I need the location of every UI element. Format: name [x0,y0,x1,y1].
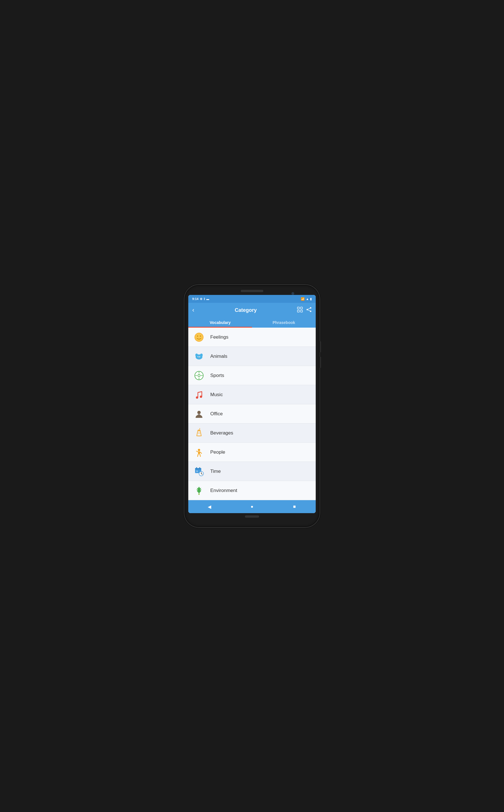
action-bar-title: Category [235,307,257,313]
list-item-sports[interactable]: Sports [188,366,316,385]
settings-icon: ⚙ [200,297,202,301]
wifi-icon: 📶 [301,297,305,301]
list-item-feelings[interactable]: Feelings [188,328,316,347]
office-icon [193,408,205,420]
sports-label: Sports [210,373,224,378]
home-button[interactable] [245,515,259,518]
tab-phrasebook[interactable]: Phrasebook [252,317,316,328]
list-item-animals[interactable]: Animals [188,347,316,366]
beverages-label: Beverages [210,430,233,436]
animals-label: Animals [210,354,227,359]
svg-rect-49 [198,493,200,495]
svg-point-26 [200,396,202,398]
feelings-icon [193,331,205,343]
svg-point-11 [197,336,198,337]
list-item-beverages[interactable]: Beverages [188,423,316,443]
time-icon: 9 [193,465,205,478]
people-label: People [210,449,225,455]
svg-point-33 [198,449,200,451]
music-label: Music [210,392,223,398]
people-icon [193,446,205,458]
svg-point-32 [198,431,200,432]
svg-text:9: 9 [196,470,198,472]
svg-point-5 [306,309,308,310]
svg-point-30 [198,430,200,431]
cursor-icon: 𝕀 [204,297,205,301]
share-icon[interactable] [306,307,312,314]
svg-point-19 [200,356,200,357]
svg-rect-29 [197,415,201,416]
animals-icon [193,350,205,363]
beverages-icon [193,427,205,439]
svg-point-18 [198,356,199,357]
list-item-people[interactable]: People [188,443,316,462]
svg-rect-1 [300,307,302,309]
tab-vocabulary[interactable]: Vocabulary [188,317,252,328]
svg-rect-0 [297,307,299,309]
svg-line-8 [308,310,310,311]
svg-rect-40 [195,468,201,470]
phone-speaker [241,290,263,292]
svg-point-25 [196,396,198,399]
phone-camera [291,292,294,295]
signal-icon: ▲ [306,297,309,301]
volume-up-button[interactable] [320,341,321,352]
svg-rect-3 [300,310,302,312]
category-list: Feelings Anim [188,328,316,500]
svg-rect-2 [297,310,299,312]
environment-label: Environment [210,488,237,493]
phone-frame: 9:14 ⚙ 𝕀 ▬ 📶 ▲ ▮ ‹ Category [184,285,320,527]
svg-point-23 [198,375,200,376]
svg-line-7 [308,308,310,309]
status-right: 📶 ▲ ▮ [301,297,312,301]
action-bar: ‹ Category [188,303,316,317]
svg-line-36 [200,452,202,453]
tab-bar: Vocabulary Phrasebook [188,317,316,328]
svg-point-10 [195,333,203,341]
music-icon [193,389,205,401]
status-time: 9:14 [192,297,198,301]
battery-icon: ▮ [310,297,312,301]
svg-line-38 [200,454,200,456]
svg-point-6 [310,310,311,312]
phone-screen: 9:14 ⚙ 𝕀 ▬ 📶 ▲ ▮ ‹ Category [188,295,316,513]
svg-point-48 [201,473,202,474]
office-label: Office [210,411,223,417]
list-item-environment[interactable]: Environment [188,481,316,500]
volume-down-button[interactable] [320,357,321,368]
list-item-music[interactable]: Music [188,385,316,404]
list-item-office[interactable]: Office [188,404,316,423]
sports-icon [193,369,205,382]
svg-rect-42 [199,467,200,469]
svg-point-27 [197,411,201,414]
svg-point-4 [310,307,311,308]
bottom-nav: ◀ ● ■ [188,500,316,513]
list-item-time[interactable]: 9 Time [188,462,316,481]
nav-home-button[interactable]: ● [246,501,258,512]
svg-line-37 [198,454,198,456]
action-bar-icons [297,307,312,314]
environment-icon [193,484,205,497]
svg-line-35 [196,451,198,452]
status-left: 9:14 ⚙ 𝕀 ▬ [192,297,209,301]
feelings-label: Feelings [210,334,228,340]
status-bar: 9:14 ⚙ 𝕀 ▬ 📶 ▲ ▮ [188,295,316,303]
grid-icon[interactable] [297,307,303,314]
sim-icon: ▬ [206,297,209,301]
svg-rect-41 [196,467,197,469]
time-label: Time [210,469,221,474]
back-button[interactable]: ‹ [192,306,194,314]
nav-recent-button[interactable]: ■ [289,501,300,512]
svg-point-12 [200,336,201,337]
nav-back-button[interactable]: ◀ [204,501,215,512]
